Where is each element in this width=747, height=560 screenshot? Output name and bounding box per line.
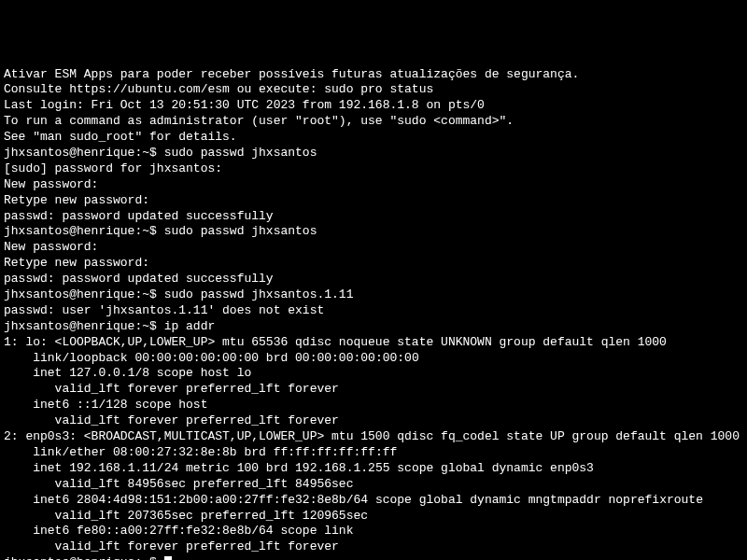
terminal-output: Ativar ESM Apps para poder receber possí… bbox=[4, 67, 743, 556]
terminal-line: inet6 fe80::a00:27ff:fe32:8e8b/64 scope … bbox=[4, 524, 743, 539]
terminal-line: valid_lft forever preferred_lft forever bbox=[4, 413, 743, 429]
terminal-line: inet6 2804:4d98:151:2b00:a00:27ff:fe32:8… bbox=[4, 493, 743, 509]
terminal-line: Ativar ESM Apps para poder receber possí… bbox=[4, 67, 743, 83]
cursor bbox=[164, 556, 172, 560]
terminal-line: Last login: Fri Oct 13 20:51:30 UTC 2023… bbox=[4, 98, 743, 114]
terminal-line: 2: enp0s3: <BROADCAST,MULTICAST,UP,LOWER… bbox=[4, 429, 743, 445]
terminal-line: New password: bbox=[4, 240, 743, 256]
terminal-line: Retype new password: bbox=[4, 256, 743, 272]
terminal-line: valid_lft 84956sec preferred_lft 84956se… bbox=[4, 477, 743, 493]
terminal-line: jhxsantos@henrique:~$ ip addr bbox=[4, 319, 743, 335]
terminal-line: link/loopback 00:00:00:00:00:00 brd 00:0… bbox=[4, 351, 743, 367]
terminal-line: inet 192.168.1.11/24 metric 100 brd 192.… bbox=[4, 461, 743, 477]
terminal-line: Consulte https://ubuntu.com/esm ou execu… bbox=[4, 82, 743, 98]
terminal-line: inet 127.0.0.1/8 scope host lo bbox=[4, 366, 743, 382]
terminal-line: valid_lft forever preferred_lft forever bbox=[4, 382, 743, 398]
terminal-line: [sudo] password for jhxsantos: bbox=[4, 161, 743, 177]
terminal-line: See "man sudo_root" for details. bbox=[4, 130, 743, 146]
terminal-line: jhxsantos@henrique:~$ sudo passwd jhxsan… bbox=[4, 287, 743, 303]
terminal-line: valid_lft 207365sec preferred_lft 120965… bbox=[4, 509, 743, 525]
terminal-line: New password: bbox=[4, 177, 743, 193]
terminal-line: jhxsantos@henrique:~$ sudo passwd jhxsan… bbox=[4, 146, 743, 161]
prompt-text: jhxsantos@henrique:~$ bbox=[4, 555, 164, 560]
terminal-line: To run a command as administrator (user … bbox=[4, 114, 743, 130]
terminal-line: jhxsantos@henrique:~$ sudo passwd jhxsan… bbox=[4, 224, 743, 240]
terminal-line: inet6 ::1/128 scope host bbox=[4, 398, 743, 413]
terminal-line: valid_lft forever preferred_lft forever bbox=[4, 539, 743, 555]
terminal-line: Retype new password: bbox=[4, 193, 743, 209]
shell-prompt[interactable]: jhxsantos@henrique:~$ bbox=[4, 555, 172, 560]
terminal-line: passwd: password updated successfully bbox=[4, 209, 743, 225]
terminal-line: link/ether 08:00:27:32:8e:8b brd ff:ff:f… bbox=[4, 445, 743, 461]
terminal-line: passwd: password updated successfully bbox=[4, 272, 743, 287]
terminal-line: 1: lo: <LOOPBACK,UP,LOWER_UP> mtu 65536 … bbox=[4, 335, 743, 351]
terminal-line: passwd: user 'jhxsantos.1.11' does not e… bbox=[4, 303, 743, 319]
